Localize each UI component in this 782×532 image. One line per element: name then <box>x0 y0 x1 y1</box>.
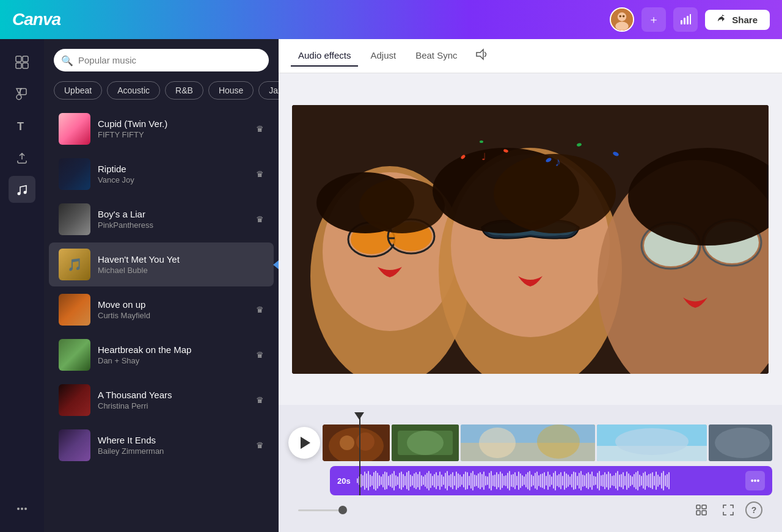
wave-bar <box>500 472 501 490</box>
svg-point-61 <box>479 428 516 458</box>
wave-bar <box>610 473 611 488</box>
song-item-cupid[interactable]: Cupid (Twin Ver.) FIFTY FIFTY ♛ <box>49 107 274 151</box>
avatar[interactable] <box>610 7 634 32</box>
wave-bar <box>498 474 499 487</box>
wave-bar <box>491 471 492 490</box>
filter-house[interactable]: House <box>208 81 254 100</box>
filter-acoustic[interactable]: Acoustic <box>107 81 160 100</box>
crown-icon-heartbreak: ♛ <box>256 350 264 360</box>
song-artist-move: Curtis Mayfield <box>98 311 249 320</box>
song-thumb-thousand <box>59 384 90 416</box>
film-thumb-1 <box>323 425 390 461</box>
wave-bar <box>643 473 644 489</box>
song-item-havent[interactable]: 🎵 Haven't Met You Yet Michael Buble Char… <box>49 242 274 286</box>
song-item-thousand[interactable]: A Thousand Years Christina Perri ♛ <box>49 378 274 422</box>
svg-point-67 <box>715 428 770 458</box>
wave-bar <box>417 474 418 487</box>
song-item-riptide[interactable]: Riptide Vance Joy ♛ <box>49 152 274 196</box>
svg-rect-12 <box>23 63 28 68</box>
wave-bar <box>580 471 582 490</box>
sidebar-item-music[interactable] <box>9 176 35 203</box>
help-button[interactable]: ? <box>745 501 762 519</box>
svg-rect-69 <box>702 505 706 509</box>
song-info-riptide: Riptide Vance Joy <box>98 164 249 184</box>
play-button[interactable] <box>288 427 320 459</box>
svg-rect-70 <box>696 511 700 515</box>
wave-bar <box>382 474 384 487</box>
sidebar-item-layout[interactable] <box>9 49 35 76</box>
crown-icon-where: ♛ <box>256 440 264 450</box>
grid-view-button[interactable] <box>692 500 711 520</box>
song-artist-havent: Michael Buble <box>98 266 264 275</box>
wave-bar <box>557 475 558 486</box>
sidebar-item-more[interactable] <box>9 495 35 522</box>
wave-bar <box>469 476 470 486</box>
analytics-button[interactable] <box>673 7 698 32</box>
sidebar-item-text[interactable]: T <box>9 112 35 139</box>
share-button[interactable]: Share <box>705 10 770 30</box>
zoom-slider[interactable] <box>298 509 347 511</box>
svg-point-20 <box>21 508 23 510</box>
svg-point-13 <box>16 95 21 100</box>
wave-bar <box>536 472 538 490</box>
song-thumb-riptide <box>59 158 90 190</box>
song-artist-heartbreak: Dan + Shay <box>98 356 249 365</box>
filter-upbeat[interactable]: Upbeat <box>54 81 102 100</box>
wave-bar <box>667 474 668 487</box>
wave-bar <box>371 476 373 486</box>
wave-bar <box>619 475 620 487</box>
wave-bar <box>586 473 587 488</box>
wave-bar <box>529 471 530 490</box>
filter-rnb[interactable]: R&B <box>165 81 203 100</box>
zoom-handle[interactable] <box>338 506 347 514</box>
volume-icon[interactable] <box>475 48 488 64</box>
wave-bar <box>601 475 602 486</box>
search-bar: 🔍 <box>44 39 279 76</box>
wave-bar <box>560 472 561 489</box>
search-input[interactable] <box>54 49 269 71</box>
wave-bar <box>459 475 461 487</box>
audio-more-button[interactable]: ••• <box>745 471 765 490</box>
song-item-where[interactable]: Where It Ends Bailey Zimmerman ♛ <box>49 423 274 467</box>
wave-bar <box>595 476 596 485</box>
video-strip <box>288 425 772 461</box>
tab-beat-sync[interactable]: Beat Sync <box>408 45 464 67</box>
tab-adjust[interactable]: Adjust <box>363 45 403 67</box>
filter-jazz[interactable]: Jazz <box>258 81 279 100</box>
sidebar-item-elements[interactable] <box>9 81 35 107</box>
wave-bar <box>507 473 508 489</box>
tooltip-arrow <box>273 260 279 269</box>
wave-bar <box>549 475 550 487</box>
wave-bar <box>447 471 448 490</box>
svg-rect-5 <box>681 20 682 24</box>
wave-bar <box>437 475 439 486</box>
wave-bar <box>558 474 560 487</box>
wave-bar <box>421 475 422 486</box>
wave-bar <box>668 472 670 489</box>
expand-button[interactable] <box>718 500 738 520</box>
svg-rect-11 <box>16 63 21 68</box>
playhead-triangle <box>354 412 364 420</box>
add-button[interactable]: ＋ <box>641 7 666 32</box>
song-item-heartbreak[interactable]: Heartbreak on the Map Dan + Shay ♛ <box>49 333 274 377</box>
song-item-move[interactable]: Move on up Curtis Mayfield ♛ <box>49 288 274 332</box>
song-item-boys[interactable]: Boy's a Liar PinkPantheress ♛ <box>49 197 274 241</box>
svg-marker-22 <box>477 49 483 59</box>
svg-text:♪: ♪ <box>555 155 561 169</box>
sidebar-item-upload[interactable] <box>9 144 35 171</box>
timeline-area: 20s ••• <box>279 405 782 532</box>
song-artist-cupid: FIFTY FIFTY <box>98 130 249 139</box>
wave-bar <box>410 475 411 487</box>
wave-bar <box>375 471 376 490</box>
svg-rect-8 <box>690 14 691 24</box>
tab-audio-effects[interactable]: Audio effects <box>291 45 358 67</box>
wave-bar <box>630 475 631 486</box>
wave-bar <box>390 475 391 487</box>
wave-bar <box>485 476 486 486</box>
wave-bar <box>397 476 398 485</box>
song-title-boys: Boy's a Liar <box>98 209 249 219</box>
wave-bar <box>388 476 389 486</box>
wave-bar <box>434 474 435 487</box>
wave-bar <box>663 471 664 490</box>
svg-point-65 <box>615 428 689 455</box>
